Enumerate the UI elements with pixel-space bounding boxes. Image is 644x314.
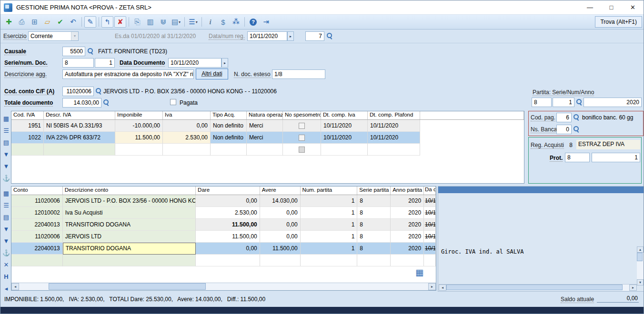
table-row-selected[interactable]: 1022 IVA 22% DPR 633/72 11.500,00 2.530,… bbox=[11, 132, 524, 144]
find-button[interactable]: Trova (Alt+F1) bbox=[595, 16, 642, 28]
paperclip-attach-button[interactable]: ⋓ bbox=[157, 16, 169, 28]
filter-icon[interactable]: ▼ bbox=[2, 148, 10, 160]
date-spinner-right-icon[interactable]: ▸ bbox=[287, 31, 294, 41]
filter-icon[interactable]: ▼ bbox=[2, 160, 10, 172]
list-menu-button[interactable]: ☰ ▾ bbox=[187, 16, 199, 28]
list-icon[interactable]: ☰ bbox=[2, 199, 10, 211]
table-row-empty[interactable] bbox=[11, 255, 436, 266]
table-row-empty[interactable] bbox=[11, 144, 524, 156]
num-reg-field[interactable]: 7 bbox=[305, 31, 324, 41]
save-button[interactable]: ⎙ bbox=[16, 16, 28, 28]
scrollbar-thumb[interactable] bbox=[49, 283, 206, 290]
scroll-up-icon[interactable]: ▴ bbox=[637, 246, 644, 253]
cod-conto-field[interactable]: 11020006 bbox=[62, 87, 94, 96]
table-icon[interactable]: ▦ bbox=[2, 113, 10, 125]
no-spesometro-checkbox[interactable] bbox=[299, 135, 305, 141]
scroll-left-icon[interactable]: ◂ bbox=[11, 283, 19, 290]
esercizio-select[interactable]: Corrente ▾ bbox=[28, 31, 79, 41]
scroll-right-icon[interactable]: ▸ bbox=[629, 285, 637, 291]
esercizio-label: Esercizio bbox=[3, 33, 27, 40]
scrollbar-track[interactable] bbox=[446, 285, 629, 291]
horizontal-scrollbar[interactable]: ◂ ▸ bbox=[439, 284, 637, 291]
prot-serie-field[interactable]: 8 bbox=[565, 153, 590, 162]
copy-button[interactable]: ⎘ bbox=[131, 16, 143, 28]
scroll-down-icon[interactable]: ▾ bbox=[637, 279, 644, 285]
scrollbar-track[interactable] bbox=[637, 253, 644, 279]
search-icon[interactable] bbox=[95, 88, 101, 95]
open-folder-button[interactable]: ▱ bbox=[41, 16, 53, 28]
card-icon[interactable]: ▤ bbox=[2, 211, 10, 223]
scroll-right-icon[interactable]: ▸ bbox=[428, 283, 436, 290]
scroll-left-icon[interactable]: ◂ bbox=[439, 285, 446, 291]
scrollbar-thumb[interactable] bbox=[446, 285, 623, 290]
info-button[interactable]: i bbox=[204, 16, 216, 28]
document-menu-button[interactable]: ▤ ▾ bbox=[170, 16, 182, 28]
confirm-button[interactable]: ✔ bbox=[54, 16, 66, 28]
anchor-icon[interactable]: ⚓ bbox=[2, 247, 10, 259]
reg-acquisti-desc-field[interactable]: ESTRAZ DEP IVA bbox=[576, 140, 640, 149]
pagata-checkbox[interactable] bbox=[170, 99, 176, 105]
descrizione-agg-field[interactable]: Autofattura per estrazione da deposito I… bbox=[62, 69, 194, 79]
table-icon[interactable]: ▦ bbox=[2, 187, 10, 199]
edit-pencil-button[interactable]: ✎ bbox=[84, 16, 96, 28]
close-button[interactable]: ✕ bbox=[622, 0, 644, 14]
data-documento-field[interactable]: 10/11/2020 bbox=[168, 58, 221, 68]
scrollbar-thumb[interactable] bbox=[637, 253, 643, 261]
no-spesometro-checkbox[interactable] bbox=[299, 147, 305, 153]
causale-code-field[interactable]: 5500 bbox=[62, 47, 85, 56]
cell-num-partita: 1 bbox=[301, 195, 358, 207]
save-new-button[interactable]: ⊞ bbox=[29, 16, 40, 28]
minimize-button[interactable]: — bbox=[579, 0, 601, 14]
partita-num-field[interactable]: 1 bbox=[553, 98, 574, 107]
table-row[interactable]: 1951 NI 50BIS 4A D.331/93 -10.000,00 0,0… bbox=[11, 120, 524, 132]
cell-descrizione-edit[interactable]: TRANSITORIO DOGANA bbox=[63, 243, 196, 255]
search-icon[interactable] bbox=[102, 99, 109, 107]
totale-documento-field[interactable]: 14.030,00 bbox=[62, 98, 101, 108]
partita-anno-field[interactable]: 2020 bbox=[584, 98, 642, 107]
delete-icon[interactable]: ✕ bbox=[2, 259, 10, 271]
filter-icon[interactable]: ▼ bbox=[2, 235, 10, 247]
scrollbar-track[interactable] bbox=[19, 283, 428, 290]
search-icon[interactable] bbox=[87, 48, 93, 55]
currency-button[interactable]: $ bbox=[217, 16, 229, 28]
prot-num-field[interactable]: 1 bbox=[592, 153, 640, 162]
search-icon[interactable] bbox=[326, 32, 332, 40]
h-icon[interactable]: H bbox=[2, 271, 10, 283]
cancel-button[interactable]: ✘ bbox=[114, 16, 126, 28]
filter-icon[interactable]: ▼ bbox=[2, 223, 10, 235]
maximize-button[interactable]: □ bbox=[601, 0, 622, 14]
vertical-scrollbar[interactable]: ▴ ▾ bbox=[637, 246, 644, 285]
new-record-button[interactable]: ✚ bbox=[3, 16, 15, 28]
table-row[interactable]: 22040013 TRANSITORIO DOGANA 11.500,00 0,… bbox=[11, 219, 436, 231]
table-row[interactable]: 11020006 JERVOIS LTD - P.O. BOX 23/56 - … bbox=[11, 195, 436, 207]
list-icon[interactable]: ☰ bbox=[2, 125, 10, 137]
table-row-selected[interactable]: 22040013 TRANSITORIO DOGANA 0,00 11.500,… bbox=[11, 243, 436, 255]
table-row[interactable]: 12010002 Iva Su Acquisti 2.530,00 0,00 1… bbox=[11, 207, 436, 219]
altri-dati-button[interactable]: Altri dati bbox=[196, 69, 228, 79]
ns-banca-field[interactable]: 0 bbox=[556, 125, 572, 134]
search-icon[interactable] bbox=[575, 98, 582, 106]
table-row[interactable]: 11020006 JERVOIS LTD 11.500,00 0,00 1 8 … bbox=[11, 231, 436, 243]
exit-button[interactable]: ⇥ bbox=[260, 16, 272, 28]
num-doc-field[interactable]: 1 bbox=[95, 58, 115, 68]
search-icon[interactable] bbox=[573, 114, 579, 121]
clipboard-search-button[interactable]: ▥ bbox=[144, 16, 156, 28]
cod-pag-field[interactable]: 6 bbox=[556, 113, 572, 122]
horizontal-scrollbar[interactable]: ◂ ▸ bbox=[11, 283, 436, 290]
date-spinner-right-icon[interactable]: ▸ bbox=[221, 58, 228, 68]
ndoc-esteso-field[interactable]: 1/8 bbox=[272, 69, 325, 79]
share-button[interactable]: ⁂ bbox=[230, 16, 242, 28]
revert-button[interactable]: ↰ bbox=[101, 16, 113, 28]
note-textarea[interactable]: Giroc. IVA ind. al SALVA bbox=[441, 248, 523, 255]
no-spesometro-checkbox[interactable] bbox=[299, 123, 305, 129]
partita-serie-field[interactable]: 8 bbox=[532, 98, 552, 107]
card-icon[interactable]: ▤ bbox=[2, 137, 10, 148]
anchor-icon[interactable]: ⚓ bbox=[2, 172, 10, 184]
grid-view-button[interactable]: ▦ bbox=[415, 267, 423, 278]
search-icon[interactable] bbox=[573, 126, 579, 133]
serie-doc-field[interactable]: 8 bbox=[62, 58, 94, 68]
partita-label: Partita: Serie/Num/Anno bbox=[533, 89, 594, 96]
help-button[interactable]: ? bbox=[247, 16, 259, 28]
undo-button[interactable]: ↶ bbox=[67, 16, 79, 28]
data-reg-field[interactable]: 10/11/2020 bbox=[247, 31, 287, 41]
